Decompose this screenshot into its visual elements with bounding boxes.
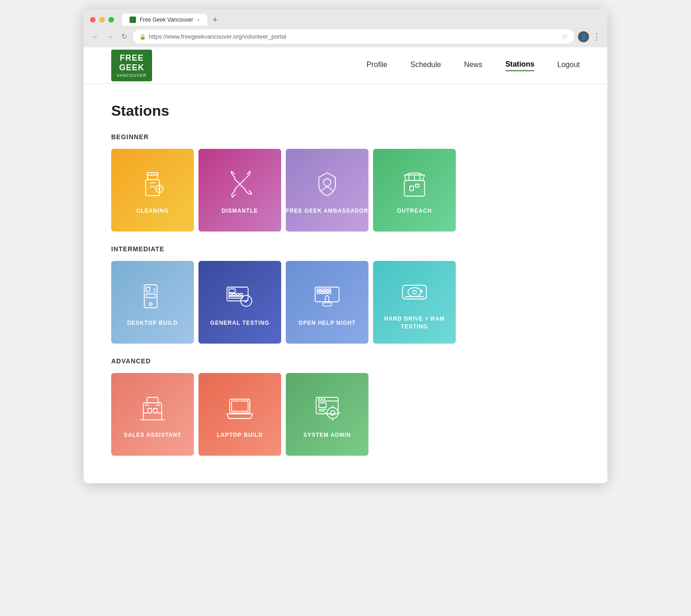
section-advanced-title: ADVANCED [111, 357, 580, 365]
site-header: FREE GEEK VANCOUVER Profile Schedule New… [84, 47, 607, 84]
browser-titlebar: Free Geek Vancouver × + [90, 14, 601, 26]
harddrive-label: HARD DRIVE + RAM TESTING [373, 315, 456, 331]
tab-title: Free Geek Vancouver [140, 17, 193, 23]
laptop-label: LAPTOP BUILD [217, 431, 263, 439]
address-bar[interactable]: 🔒 https://www.freegeekvancouver.org/volu… [133, 29, 574, 44]
forward-button[interactable]: → [105, 31, 116, 43]
logo-line1: FREE [117, 53, 147, 63]
section-beginner-title: BEGINNER [111, 133, 580, 141]
sysadmin-label: SYSTEM ADMIN [303, 431, 351, 439]
svg-rect-30 [328, 292, 331, 294]
svg-rect-42 [238, 401, 242, 411]
logo-line3: VANCOUVER [117, 73, 147, 78]
browser-window: Free Geek Vancouver × + ← → ↻ 🔒 https://… [84, 9, 607, 483]
open-help-night-icon [309, 278, 346, 315]
harddrive-icon [396, 274, 433, 311]
svg-point-9 [149, 303, 152, 305]
svg-rect-29 [324, 292, 327, 294]
svg-point-3 [323, 179, 331, 186]
station-card-desktop[interactable]: DESKTOP BUILD [111, 261, 194, 344]
close-window-button[interactable] [90, 17, 96, 23]
svg-point-44 [318, 398, 320, 400]
browser-tab[interactable]: Free Geek Vancouver × [122, 14, 207, 26]
back-button[interactable]: ← [90, 31, 101, 43]
svg-point-33 [413, 290, 416, 294]
page-content: FREE GEEK VANCOUVER Profile Schedule New… [84, 47, 607, 483]
svg-rect-15 [229, 289, 235, 293]
svg-rect-17 [232, 294, 235, 295]
svg-point-51 [330, 411, 335, 415]
ambassador-label: FREE GEEK AMBASSADOR [286, 207, 368, 215]
svg-rect-27 [317, 292, 320, 294]
ambassador-icon [309, 166, 346, 203]
station-card-openhelp[interactable]: OPEN HELP NIGHT [286, 261, 368, 344]
nav-schedule[interactable]: Schedule [410, 61, 441, 71]
cleaning-icon [134, 166, 171, 203]
svg-rect-25 [324, 289, 327, 291]
bookmark-icon[interactable]: ☆ [561, 32, 568, 41]
minimize-window-button[interactable] [99, 17, 105, 23]
svg-rect-19 [240, 294, 243, 295]
nav-stations[interactable]: Stations [505, 60, 534, 71]
station-card-dismantle[interactable]: DISMANTLE [198, 149, 281, 232]
svg-rect-47 [319, 403, 326, 407]
refresh-button[interactable]: ↻ [119, 30, 129, 43]
sales-assistant-icon [134, 390, 171, 427]
new-tab-button[interactable]: + [213, 15, 218, 25]
dismantle-icon [221, 166, 258, 203]
nav-logout[interactable]: Logout [557, 61, 580, 71]
svg-rect-24 [321, 289, 323, 291]
svg-rect-16 [229, 294, 232, 295]
svg-rect-20 [229, 296, 243, 298]
svg-point-32 [408, 288, 421, 297]
maximize-window-button[interactable] [108, 17, 114, 23]
logo-line2: GEEK [117, 63, 147, 73]
intermediate-grid: DESKTOP BUILD GENERAL TESTING [111, 261, 580, 344]
svg-rect-37 [153, 408, 157, 413]
browser-chrome: Free Geek Vancouver × + ← → ↻ 🔒 https://… [84, 9, 607, 47]
svg-rect-23 [317, 289, 320, 291]
svg-rect-36 [148, 408, 152, 413]
station-card-outreach[interactable]: OUTREACH [373, 149, 456, 232]
outreach-label: OUTREACH [397, 207, 432, 215]
desktop-label: DESKTOP BUILD [127, 319, 178, 327]
system-admin-icon [309, 390, 346, 427]
svg-rect-28 [321, 292, 323, 294]
url-protocol: https://www.freegeekvancouver.org [149, 33, 242, 40]
svg-point-45 [321, 398, 323, 400]
main-content: Stations BEGINNER CLEANING [84, 84, 607, 483]
url-path: /volunteer_portal [242, 33, 286, 40]
station-card-ambassador[interactable]: FREE GEEK AMBASSADOR [286, 149, 368, 232]
section-intermediate-title: INTERMEDIATE [111, 245, 580, 253]
lock-icon: 🔒 [139, 34, 146, 40]
browser-menu-button[interactable]: ⋮ [593, 32, 601, 42]
station-card-harddrive[interactable]: HARD DRIVE + RAM TESTING [373, 261, 456, 344]
station-card-cleaning[interactable]: CLEANING [111, 149, 194, 232]
openhelp-label: OPEN HELP NIGHT [299, 319, 356, 327]
tab-close-button[interactable]: × [197, 17, 200, 23]
svg-rect-0 [146, 180, 159, 196]
nav-profile[interactable]: Profile [367, 61, 387, 71]
station-card-sales[interactable]: SALES ASSISTANT [111, 373, 194, 456]
sales-label: SALES ASSISTANT [124, 431, 181, 439]
svg-point-46 [323, 398, 325, 400]
tab-favicon [130, 17, 136, 23]
address-text: https://www.freegeekvancouver.org/volunt… [149, 33, 286, 40]
svg-rect-18 [236, 294, 239, 295]
svg-rect-8 [146, 287, 150, 292]
general-label: GENERAL TESTING [210, 319, 270, 327]
browser-addressbar: ← → ↻ 🔒 https://www.freegeekvancouver.or… [90, 29, 601, 47]
dismantle-label: DISMANTLE [222, 207, 258, 215]
station-card-sysadmin[interactable]: SYSTEM ADMIN [286, 373, 368, 456]
page-title: Stations [111, 102, 580, 119]
user-avatar: 👤 [578, 31, 589, 42]
nav-news[interactable]: News [464, 61, 482, 71]
site-nav: Profile Schedule News Stations Logout [367, 60, 580, 71]
svg-rect-4 [404, 181, 425, 196]
cleaning-label: CLEANING [136, 207, 169, 215]
site-logo[interactable]: FREE GEEK VANCOUVER [111, 50, 152, 82]
beginner-grid: CLEANING DISMANTLE FREE GEEK AMBA [111, 149, 580, 232]
svg-point-35 [420, 290, 422, 292]
station-card-general[interactable]: GENERAL TESTING [198, 261, 281, 344]
station-card-laptop[interactable]: LAPTOP BUILD [198, 373, 281, 456]
